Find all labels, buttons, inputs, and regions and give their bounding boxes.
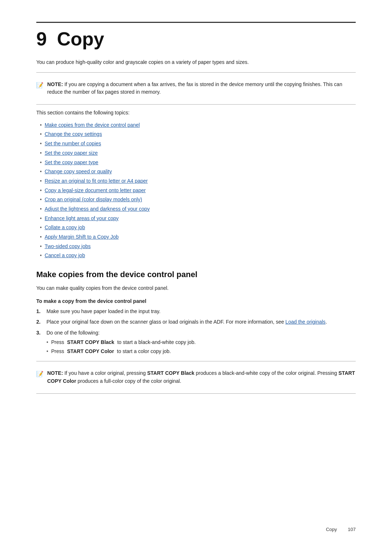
topic-link-6[interactable]: Change copy speed or quality — [45, 168, 112, 176]
list-item: Apply Margin Shift to a Copy Job — [40, 233, 356, 241]
list-item: Change copy speed or quality — [40, 168, 356, 176]
list-item: Two-sided copy jobs — [40, 243, 356, 251]
chapter-title: Copy — [57, 29, 104, 48]
divider-3 — [36, 361, 356, 361]
step-3-content: Do one of the following: Press START COP… — [46, 329, 196, 357]
intro-paragraph: You can produce high-quality color and g… — [36, 58, 356, 66]
topic-link-4[interactable]: Set the copy paper size — [45, 149, 98, 157]
note-text-1: NOTE: If you are copying a document when… — [47, 81, 356, 96]
list-item: Copy a legal-size document onto letter p… — [40, 187, 356, 195]
page-footer: Copy 107 — [326, 527, 356, 532]
bold-start-copy-color-1: START COPY Color — [67, 348, 114, 356]
divider-4 — [36, 393, 356, 394]
list-item: Collate a copy job — [40, 224, 356, 232]
list-item: Adjust the lightness and darkness of you… — [40, 205, 356, 213]
chapter-number: 9 — [36, 29, 47, 48]
note-content-1: 📝 NOTE: If you are copying a document wh… — [36, 81, 356, 96]
step-1: 1. Make sure you have paper loaded in th… — [36, 308, 356, 316]
topic-link-5[interactable]: Set the copy paper type — [45, 159, 98, 167]
step-3-sub-list: Press START COPY Black to start a black-… — [46, 339, 196, 355]
topic-link-12[interactable]: Collate a copy job — [45, 224, 85, 232]
section1-intro-para: You can make quality copies from the dev… — [36, 284, 356, 292]
step-1-num: 1. — [36, 308, 43, 316]
top-border-line — [36, 22, 356, 23]
list-item: Make copies from the device control pane… — [40, 121, 356, 129]
note-label-2: NOTE: — [47, 370, 63, 376]
step-2: 2. Place your original face down on the … — [36, 318, 356, 326]
topic-link-3[interactable]: Set the number of copies — [45, 140, 101, 148]
step-1-text: Make sure you have paper loaded in the i… — [46, 308, 160, 316]
step-3: 3. Do one of the following: Press START … — [36, 329, 356, 357]
note-body-1: If you are copying a document when a fax… — [47, 81, 342, 95]
step-3-num: 3. — [36, 329, 43, 357]
list-item: Set the copy paper size — [40, 149, 356, 157]
section1-sub-heading: To make a copy from the device control p… — [36, 298, 356, 304]
step-2-text: Place your original face down on the sca… — [46, 318, 327, 326]
note-label-1: NOTE: — [47, 81, 63, 87]
topic-link-10[interactable]: Adjust the lightness and darkness of you… — [45, 205, 150, 213]
note-icon-2: 📝 — [36, 370, 44, 379]
note-icon-1: 📝 — [36, 81, 44, 90]
topic-link-11[interactable]: Enhance light areas of your copy — [45, 215, 119, 223]
section-intro-text: This section contains the following topi… — [36, 109, 356, 117]
topic-link-13[interactable]: Apply Margin Shift to a Copy Job — [45, 233, 119, 241]
load-originals-link[interactable]: Load the originals — [285, 319, 326, 325]
step-3-text: Do one of the following: — [46, 330, 99, 336]
numbered-steps: 1. Make sure you have paper loaded in th… — [36, 308, 356, 357]
list-item: Change the copy settings — [40, 130, 356, 138]
footer-page-number: 107 — [348, 527, 356, 532]
topic-link-1[interactable]: Make copies from the device control pane… — [45, 121, 140, 129]
section1-heading: Make copies from the device control pane… — [36, 270, 356, 279]
sub-item-1: Press START COPY Black to start a black-… — [46, 339, 196, 347]
list-item: Set the copy paper type — [40, 159, 356, 167]
page-container: 9 Copy You can produce high-quality colo… — [0, 0, 392, 427]
list-item: Cancel a copy job — [40, 252, 356, 260]
note-box-1: 📝 NOTE: If you are copying a document wh… — [36, 77, 356, 100]
divider-1 — [36, 72, 356, 73]
note-box-2: 📝 NOTE: If you have a color original, pr… — [36, 366, 356, 389]
bold-start-copy-black-2: START COPY Black — [147, 370, 194, 376]
topic-link-9[interactable]: Crop an original (color display models o… — [45, 196, 142, 204]
topic-link-8[interactable]: Copy a legal-size document onto letter p… — [45, 187, 146, 195]
step-2-num: 2. — [36, 318, 43, 326]
list-item: Resize an original to fit onto letter or… — [40, 177, 356, 185]
sub-item-2: Press START COPY Color to start a color … — [46, 348, 196, 356]
list-item: Enhance light areas of your copy — [40, 215, 356, 223]
list-item: Set the number of copies — [40, 140, 356, 148]
topic-link-7[interactable]: Resize an original to fit onto letter or… — [45, 177, 148, 185]
bold-start-copy-black-1: START COPY Black — [67, 339, 114, 347]
chapter-heading: 9 Copy — [36, 29, 356, 48]
note-text-2: NOTE: If you have a color original, pres… — [47, 369, 356, 385]
topic-link-14[interactable]: Two-sided copy jobs — [45, 243, 91, 251]
divider-2 — [36, 104, 356, 105]
list-item: Crop an original (color display models o… — [40, 196, 356, 204]
note-content-2: 📝 NOTE: If you have a color original, pr… — [36, 369, 356, 385]
topic-link-15[interactable]: Cancel a copy job — [45, 252, 85, 260]
footer-label: Copy — [326, 527, 337, 532]
topic-link-2[interactable]: Change the copy settings — [45, 130, 102, 138]
bold-start-copy-color-2: START COPY Color — [47, 370, 355, 384]
topic-list: Make copies from the device control pane… — [40, 121, 356, 260]
